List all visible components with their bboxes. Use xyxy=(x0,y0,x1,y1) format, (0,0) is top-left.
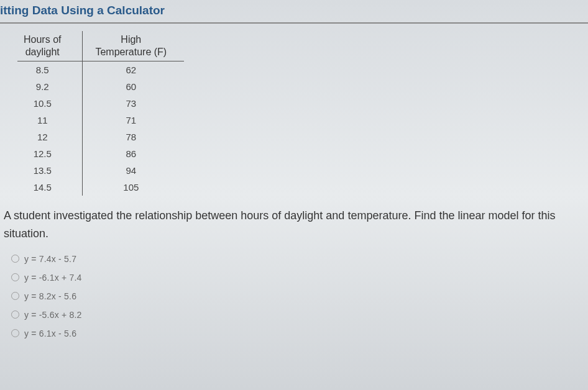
cell-hours: 11 xyxy=(17,112,83,129)
answer-options: y = 7.4x - 5.7 y = -6.1x + 7.4 y = 8.2x … xyxy=(11,254,577,338)
table-row: 13.5 94 xyxy=(17,162,184,179)
option-label: y = 8.2x - 5.6 xyxy=(24,291,76,301)
table-header-row: Hours of daylight High Temperature (F) xyxy=(17,31,184,61)
data-table: Hours of daylight High Temperature (F) 8… xyxy=(17,31,184,196)
option-label: y = 6.1x - 5.6 xyxy=(24,329,76,338)
table-row: 12.5 86 xyxy=(17,145,184,162)
cell-hours: 9.2 xyxy=(17,78,83,95)
option-row[interactable]: y = -6.1x + 7.4 xyxy=(11,273,577,283)
cell-hours: 12 xyxy=(17,129,83,145)
option-row[interactable]: y = 6.1x - 5.6 xyxy=(11,329,577,338)
option-row[interactable]: y = 8.2x - 5.6 xyxy=(11,291,577,301)
table-row: 11 71 xyxy=(17,112,184,129)
radio-button[interactable] xyxy=(11,255,19,263)
cell-temp: 71 xyxy=(83,112,184,129)
col1-header: Hours of daylight xyxy=(17,31,83,61)
col1-header-line1: Hours of xyxy=(24,34,61,45)
table-row: 8.5 62 xyxy=(17,61,184,79)
table-body: 8.5 62 9.2 60 10.5 73 11 71 12 78 12.5 8… xyxy=(17,61,184,196)
table-row: 14.5 105 xyxy=(17,179,184,196)
option-label: y = 7.4x - 5.7 xyxy=(24,254,76,264)
question-prompt: A student investigated the relationship … xyxy=(4,207,577,243)
option-label: y = -5.6x + 8.2 xyxy=(24,310,82,320)
option-label: y = -6.1x + 7.4 xyxy=(24,273,82,283)
table-row: 10.5 73 xyxy=(17,95,184,112)
cell-temp: 73 xyxy=(83,95,184,112)
cell-temp: 94 xyxy=(83,162,184,179)
cell-temp: 60 xyxy=(83,78,184,95)
cell-hours: 8.5 xyxy=(17,61,83,79)
option-row[interactable]: y = 7.4x - 5.7 xyxy=(11,254,577,264)
table-row: 9.2 60 xyxy=(17,78,184,95)
cell-hours: 14.5 xyxy=(17,179,83,196)
cell-hours: 10.5 xyxy=(17,95,83,112)
page-title: itting Data Using a Calculator xyxy=(0,4,588,17)
radio-button[interactable] xyxy=(11,311,19,319)
cell-temp: 78 xyxy=(83,129,184,145)
table-row: 12 78 xyxy=(17,129,184,145)
option-row[interactable]: y = -5.6x + 8.2 xyxy=(11,310,577,320)
cell-temp: 86 xyxy=(83,145,184,162)
col2-header: High Temperature (F) xyxy=(83,31,184,61)
content-area: Hours of daylight High Temperature (F) 8… xyxy=(0,31,588,338)
col2-header-line1: High xyxy=(121,34,141,45)
radio-button[interactable] xyxy=(11,329,19,337)
col2-header-line2: Temperature (F) xyxy=(95,47,167,57)
col1-header-line2: daylight xyxy=(25,47,60,57)
radio-button[interactable] xyxy=(11,273,19,281)
cell-hours: 12.5 xyxy=(17,145,83,162)
radio-button[interactable] xyxy=(11,292,19,300)
cell-temp: 62 xyxy=(83,61,184,79)
page-header: itting Data Using a Calculator xyxy=(0,0,588,24)
cell-temp: 105 xyxy=(83,179,184,196)
cell-hours: 13.5 xyxy=(17,162,83,179)
